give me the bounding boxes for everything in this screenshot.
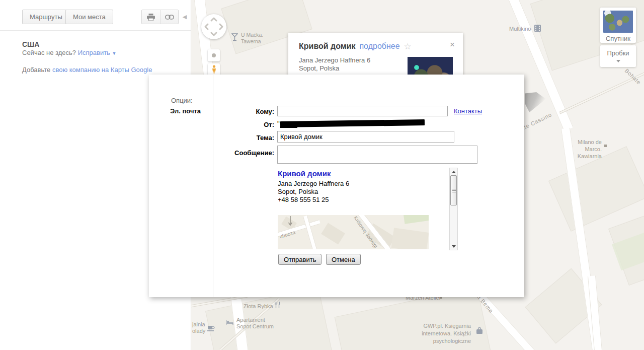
- poi-label-tawerna: Tawerna: [241, 38, 263, 45]
- one-way-arrow-icon: [288, 216, 293, 227]
- sidebar-collapse-button[interactable]: ◀: [181, 13, 189, 21]
- place-link[interactable]: Кривой домик: [278, 169, 331, 178]
- to-input[interactable]: [277, 106, 448, 116]
- star-icon[interactable]: ☆: [404, 42, 412, 51]
- location-dot-icon: [212, 53, 216, 57]
- to-label: Кому:: [216, 108, 274, 115]
- close-icon[interactable]: ×: [450, 41, 455, 48]
- poi-dot: [604, 145, 607, 147]
- sidebar-header: Маршруты Мои места ◀: [0, 0, 191, 31]
- link-icon: [165, 15, 174, 20]
- poi-label-apartament: Sopot Centrum: [236, 323, 274, 330]
- poi-label-pijalnia: olady: [192, 328, 205, 334]
- poi-label-milano: Kawiarnia: [574, 153, 602, 160]
- minimap-building: [321, 223, 345, 244]
- share-link-button[interactable]: [160, 10, 178, 24]
- chevron-down-icon: [616, 60, 620, 62]
- region-label: США: [22, 40, 39, 48]
- message-label: Сообщение:: [216, 149, 274, 157]
- film-icon: [534, 25, 541, 32]
- message-textarea[interactable]: [277, 146, 477, 164]
- satellite-thumbnail: [603, 11, 633, 33]
- fix-location-link[interactable]: Исправить: [78, 49, 110, 56]
- from-label: От:: [216, 121, 274, 128]
- pan-arrows-icon: [201, 14, 226, 39]
- minimap-green-area: [404, 215, 429, 224]
- scroll-down-icon: [452, 245, 456, 248]
- popup-address-line1: Jana Jerzego Haffnera 6: [299, 56, 370, 64]
- poi-label-milano: Marco.: [574, 146, 602, 153]
- poi-label-milano: Milano de: [574, 138, 602, 146]
- scroll-up-button[interactable]: [450, 168, 457, 175]
- send-button[interactable]: Отправить: [278, 254, 321, 265]
- popup-shadow: [525, 92, 546, 112]
- restaurant-icon: [275, 302, 280, 309]
- place-address-line1: Jana Jerzego Haffnera 6: [278, 180, 349, 187]
- redacted-from-address: [280, 119, 425, 127]
- poi-label-gwp: GWP.pl. Księgarnia: [411, 322, 471, 330]
- dialog-minimap[interactable]: Królowej Jadwigi ubacza: [278, 215, 429, 249]
- cocktail-icon: [231, 33, 238, 41]
- add-business-link[interactable]: свою компанию на Карты Google: [52, 66, 152, 74]
- options-label: Опции:: [171, 97, 193, 104]
- scroll-down-button[interactable]: [450, 243, 457, 250]
- dialog-scrollbar[interactable]: [449, 168, 458, 250]
- poi-label-tawerna: U Maćka.: [241, 32, 263, 38]
- hotel-bed-icon: [226, 320, 233, 325]
- caret-down-icon[interactable]: ▼: [112, 51, 117, 56]
- add-business-text: Добавьте: [22, 66, 50, 74]
- shopping-bag-icon: [476, 327, 483, 334]
- print-button[interactable]: [142, 10, 160, 24]
- poi-label-zlota-rybka: Złota Rybka: [244, 303, 273, 309]
- cafe-cup-icon: [207, 326, 215, 332]
- place-address-line2: Sopot, Polska: [278, 188, 318, 195]
- poi-label-apartament: Apartament: [236, 317, 274, 323]
- satellite-label: Спутник: [600, 33, 636, 45]
- poi-label-gwp: internetowa. Książki: [411, 330, 471, 337]
- cancel-button[interactable]: Отмена: [326, 254, 361, 265]
- thumb-grip-icon: [452, 189, 456, 193]
- popup-title: Кривой домик: [299, 42, 355, 51]
- popup-details-link[interactable]: подробнее: [359, 42, 399, 51]
- poi-label-gwp: psychologiczne: [411, 337, 471, 345]
- dialog-divider: [213, 75, 213, 297]
- my-places-button[interactable]: Мои места: [65, 10, 113, 24]
- my-location-button[interactable]: [208, 49, 220, 61]
- print-icon: [147, 14, 155, 21]
- scroll-up-icon: [452, 171, 456, 173]
- contacts-link[interactable]: Контакты: [454, 107, 482, 115]
- routes-button[interactable]: Маршруты: [22, 10, 70, 24]
- poi-label-multikino: Multikino: [509, 26, 531, 32]
- poi-label-pijalnia: jalnia: [192, 321, 205, 328]
- satellite-toggle-button[interactable]: Спутник: [600, 8, 636, 43]
- map-actions-group: [141, 10, 179, 24]
- pegman-button[interactable]: [208, 63, 220, 76]
- app-window: Monte Cassino Bohate Józefa Bema U Maćka…: [0, 0, 644, 350]
- from-value-quote: ": [277, 120, 280, 127]
- email-dialog: Опции: Эл. почта Кому: Контакты От: " Те…: [149, 75, 524, 297]
- place-phone: +48 58 555 51 25: [278, 196, 329, 203]
- traffic-label: Пробки: [600, 45, 636, 60]
- redacted-from-address: [280, 126, 297, 128]
- minimap-building: [391, 228, 429, 249]
- map-pan-control[interactable]: [201, 14, 226, 39]
- pegman-icon: [211, 65, 217, 74]
- subject-label: Тема:: [216, 134, 274, 142]
- traffic-toggle-button[interactable]: Пробки: [600, 45, 636, 67]
- email-tab[interactable]: Эл. почта: [170, 107, 201, 115]
- subject-input[interactable]: [277, 131, 454, 143]
- popup-address-line2: Sopot, Polska: [299, 64, 370, 73]
- scrollbar-thumb[interactable]: [450, 175, 457, 205]
- not-here-text: Сейчас не здесь?: [22, 49, 76, 56]
